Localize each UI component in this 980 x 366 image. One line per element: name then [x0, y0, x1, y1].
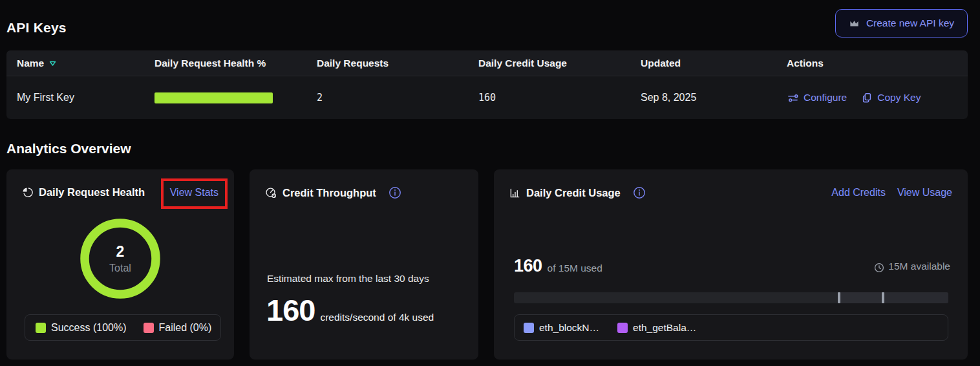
donut-total-value: 2 [116, 243, 125, 261]
credits-available: 15M available [874, 261, 950, 272]
eth-blocknumber-swatch [524, 323, 534, 333]
daily-request-health-card: Daily Request Health View Stats 2 Total … [6, 169, 234, 360]
failed-legend-label: Failed (0%) [159, 322, 212, 334]
column-header-actions: Actions [787, 58, 968, 69]
view-usage-link[interactable]: View Usage [897, 187, 952, 199]
bar-chart-icon [509, 188, 520, 199]
sliders-icon [787, 92, 799, 104]
copy-icon [861, 92, 873, 103]
crown-icon [849, 18, 860, 29]
configure-label: Configure [804, 92, 847, 103]
credit-usage-progress-bar [514, 292, 948, 303]
api-keys-table: Name Daily Request Health % Daily Reques… [6, 50, 968, 119]
create-api-key-button[interactable]: Create new API key [835, 9, 968, 38]
add-credits-link[interactable]: Add Credits [831, 187, 886, 199]
column-header-name-label: Name [17, 58, 44, 69]
configure-link[interactable]: Configure [787, 92, 847, 104]
health-percent-bar [154, 92, 273, 103]
eth-blocknumber-label: eth_blockN… [539, 322, 599, 334]
donut-total-label: Total [109, 263, 131, 274]
credit-usage-legend: eth_blockN… eth_getBala… [514, 314, 948, 341]
view-stats-link[interactable]: View Stats [170, 187, 218, 199]
credits-used-value: 160 [514, 256, 542, 276]
analytics-overview-title: Analytics Overview [6, 141, 131, 156]
table-header-row: Name Daily Request Health % Daily Reques… [6, 50, 968, 76]
column-header-daily-credit-usage: Daily Credit Usage [478, 58, 641, 69]
credits-available-label: 15M available [888, 261, 950, 272]
column-header-updated: Updated [641, 58, 787, 69]
legend-item-eth-getbalance: eth_getBala… [617, 322, 696, 334]
gauge-icon [265, 187, 277, 199]
daily-request-health-title: Daily Request Health [39, 186, 145, 199]
success-swatch [36, 323, 46, 333]
updated-value: Sep 8, 2025 [641, 92, 787, 103]
dashboard-page: API Keys Create new API key Name Daily R… [0, 0, 980, 366]
eth-getbalance-label: eth_getBala… [633, 322, 696, 334]
info-icon[interactable] [633, 186, 646, 199]
request-health-donut-chart: 2 Total [80, 219, 160, 299]
pie-chart-icon [22, 187, 33, 198]
table-row: My First Key 2 160 Sep 8, 2025 Configure… [6, 76, 968, 119]
column-header-health: Daily Request Health % [154, 58, 317, 69]
daily-credit-usage-value: 160 [478, 92, 641, 103]
create-api-key-label: Create new API key [866, 17, 954, 29]
failed-swatch [144, 323, 154, 333]
clock-icon [874, 263, 884, 273]
throughput-unit-label: credits/second of 4k used [320, 312, 434, 323]
credit-throughput-card: Credit Throughput Estimated max from the… [250, 169, 478, 360]
legend-item-eth-blocknumber: eth_blockN… [524, 322, 599, 334]
success-legend-label: Success (100%) [51, 322, 127, 334]
copy-key-label: Copy Key [877, 92, 921, 103]
page-title: API Keys [6, 20, 67, 36]
throughput-value: 160 [266, 294, 315, 327]
request-health-legend: Success (100%) Failed (0%) [25, 314, 221, 341]
api-key-name: My First Key [17, 92, 154, 103]
actions-cell: Configure Copy Key [787, 92, 968, 104]
daily-credit-usage-title: Daily Credit Usage [526, 187, 621, 199]
sort-descending-icon[interactable] [49, 61, 56, 67]
eth-getbalance-swatch [617, 323, 628, 333]
column-header-daily-requests: Daily Requests [317, 58, 478, 69]
daily-requests-value: 2 [317, 92, 478, 103]
legend-item-failed: Failed (0%) [144, 322, 212, 334]
info-icon[interactable] [389, 186, 401, 199]
usage-threshold-marker [882, 292, 884, 303]
legend-item-success: Success (100%) [36, 322, 127, 334]
daily-credit-usage-card: Daily Credit Usage Add Credits View Usag… [494, 169, 968, 360]
credits-used-label: of 15M used [548, 263, 602, 274]
credit-throughput-title: Credit Throughput [282, 187, 376, 199]
throughput-subtitle: Estimated max from the last 30 days [267, 273, 429, 285]
column-header-name[interactable]: Name [17, 58, 154, 69]
usage-threshold-marker [838, 292, 840, 303]
copy-key-link[interactable]: Copy Key [861, 92, 921, 103]
